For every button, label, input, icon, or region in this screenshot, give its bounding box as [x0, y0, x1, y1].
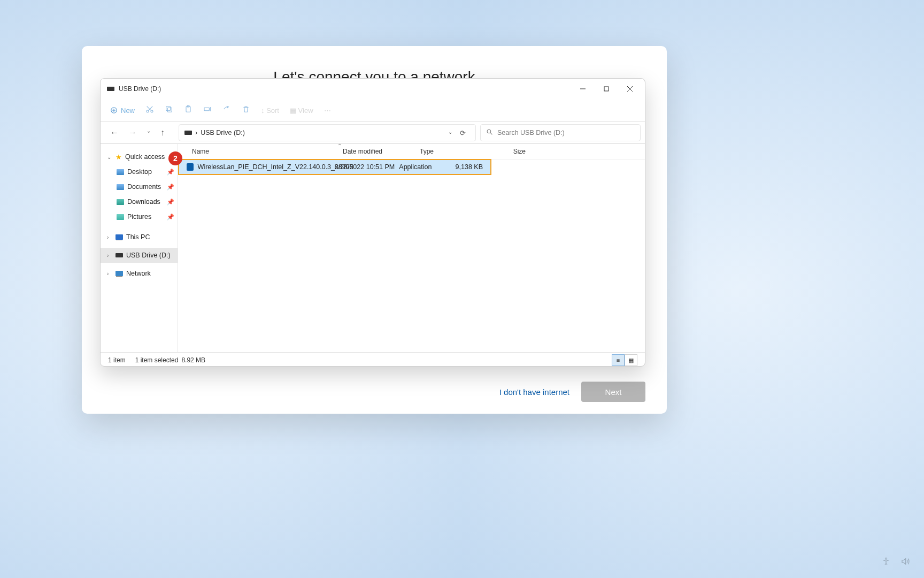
- sidebar-item-pictures[interactable]: Pictures📌: [101, 209, 178, 224]
- recent-dropdown[interactable]: ⌄: [147, 128, 151, 138]
- copy-icon[interactable]: [165, 105, 173, 116]
- status-selected-size: 8.92 MB: [181, 356, 205, 364]
- sidebar-item-this-pc[interactable]: ›This PC: [101, 230, 178, 245]
- pin-icon: 📌: [167, 169, 174, 176]
- delete-icon[interactable]: [242, 105, 250, 116]
- new-button[interactable]: New: [110, 107, 135, 115]
- forward-button[interactable]: →: [128, 128, 137, 138]
- close-button[interactable]: [618, 80, 642, 97]
- svg-point-0: [886, 558, 887, 559]
- column-name[interactable]: Name: [178, 148, 337, 155]
- addr-dropdown-icon[interactable]: ⌄: [448, 129, 452, 137]
- status-selected-count: 1 item selected: [135, 356, 179, 364]
- file-row[interactable]: WirelessLan_PIE_DCH_Intel_Z_V22.140.0.3_…: [178, 159, 491, 175]
- search-placeholder: Search USB Drive (D:): [497, 129, 565, 136]
- breadcrumb-sep: ›: [195, 129, 197, 136]
- svg-rect-12: [167, 108, 172, 112]
- folder-icon: [117, 184, 124, 190]
- drive-icon: [184, 131, 192, 135]
- pin-icon: 📌: [167, 214, 174, 220]
- callout-badge: 2: [168, 151, 182, 165]
- sidebar-item-documents[interactable]: Documents📌: [101, 179, 178, 194]
- paste-icon[interactable]: [184, 105, 192, 116]
- sidebar-item-downloads[interactable]: Downloads📌: [101, 194, 178, 209]
- file-name: WirelessLan_PIE_DCH_Intel_Z_V22.140.0.3_…: [198, 163, 335, 171]
- volume-icon[interactable]: [900, 557, 910, 568]
- sidebar-item-quick-access[interactable]: ⌄★Quick access: [101, 149, 178, 164]
- sort-button[interactable]: ↕ Sort: [261, 107, 279, 115]
- svg-point-18: [487, 130, 491, 133]
- toolbar: New ↕ Sort ▦ View ⋯: [101, 99, 645, 122]
- next-button[interactable]: Next: [581, 382, 645, 402]
- application-icon: [187, 163, 194, 171]
- details-view-button[interactable]: ≡: [612, 354, 625, 366]
- svg-rect-16: [204, 108, 209, 110]
- folder-icon: [117, 214, 124, 220]
- rename-icon[interactable]: [203, 105, 212, 116]
- drive-icon: [107, 87, 114, 91]
- svg-rect-2: [604, 87, 609, 91]
- sidebar-item-desktop[interactable]: Desktop📌: [101, 164, 178, 179]
- pc-icon: [116, 234, 123, 240]
- sidebar: ⌄★Quick access Desktop📌 Documents📌 Downl…: [101, 144, 178, 352]
- cut-icon[interactable]: [145, 105, 154, 116]
- tiles-view-button[interactable]: ▦: [625, 354, 637, 366]
- pin-icon: 📌: [167, 199, 174, 206]
- search-input[interactable]: Search USB Drive (D:): [480, 124, 641, 141]
- folder-icon: [117, 199, 124, 205]
- search-icon: [486, 128, 493, 137]
- accessibility-icon[interactable]: [881, 557, 891, 568]
- breadcrumb-current[interactable]: USB Drive (D:): [201, 129, 245, 136]
- share-icon[interactable]: [222, 105, 231, 116]
- network-icon: [116, 271, 123, 276]
- svg-line-19: [490, 133, 492, 134]
- window-title: USB Drive (D:): [119, 85, 161, 93]
- star-icon: ★: [116, 153, 122, 161]
- column-type[interactable]: Type: [414, 148, 475, 155]
- folder-icon: [117, 169, 124, 175]
- status-item-count: 1 item: [108, 356, 126, 364]
- system-tray: [881, 557, 910, 568]
- minimize-button[interactable]: [571, 80, 595, 97]
- sidebar-item-network[interactable]: ›Network: [101, 266, 178, 281]
- file-list: Name Date modified Type Size ⌃ 2 Wireles…: [178, 144, 645, 352]
- up-button[interactable]: ↑: [160, 128, 165, 138]
- pin-icon: 📌: [167, 184, 174, 191]
- oobe-footer: I don't have internet Next: [82, 382, 667, 402]
- sidebar-item-usb-drive[interactable]: ›USB Drive (D:): [101, 248, 178, 263]
- file-type: Application: [399, 163, 449, 171]
- no-internet-link[interactable]: I don't have internet: [499, 387, 569, 397]
- column-size[interactable]: Size: [475, 148, 533, 155]
- maximize-button[interactable]: [595, 80, 618, 97]
- more-icon[interactable]: ⋯: [324, 107, 331, 115]
- titlebar[interactable]: USB Drive (D:): [101, 79, 645, 99]
- file-explorer-window: USB Drive (D:) New ↕ Sort ▦ View ⋯ ← → ⌄…: [100, 78, 645, 367]
- back-button[interactable]: ←: [110, 128, 119, 138]
- address-bar[interactable]: › USB Drive (D:) ⌄ ⟳: [179, 124, 476, 141]
- drive-icon: [116, 253, 123, 257]
- nav-bar: ← → ⌄ ↑ › USB Drive (D:) ⌄ ⟳ Search USB …: [101, 122, 645, 144]
- file-size: 9,138 KB: [449, 163, 490, 171]
- column-date[interactable]: Date modified: [337, 148, 414, 155]
- status-bar: 1 item 1 item selected 8.92 MB ≡ ▦: [101, 352, 645, 368]
- svg-rect-13: [166, 107, 171, 111]
- new-label: New: [121, 107, 135, 115]
- sort-indicator-icon: ⌃: [337, 143, 342, 149]
- file-date: 8/28/2022 10:51 PM: [335, 163, 399, 171]
- refresh-icon[interactable]: ⟳: [460, 129, 466, 137]
- view-button[interactable]: ▦ View: [290, 107, 313, 115]
- column-headers: Name Date modified Type Size ⌃: [178, 144, 645, 159]
